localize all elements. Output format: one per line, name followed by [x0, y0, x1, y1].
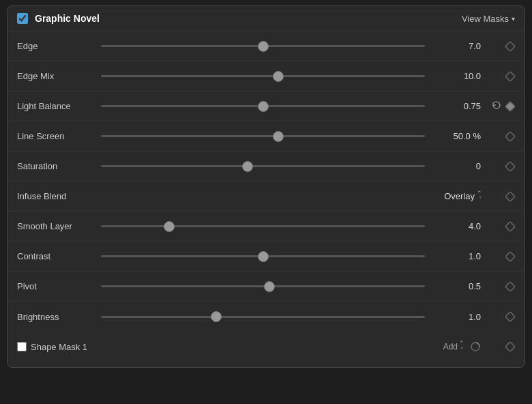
svg-rect-2 — [505, 102, 515, 111]
slider-brightness[interactable] — [101, 316, 425, 318]
circular-icon — [470, 341, 481, 352]
param-value-line-screen: 50.0 % — [430, 131, 485, 141]
svg-rect-1 — [505, 72, 515, 81]
param-icons-smooth-layer — [485, 222, 515, 231]
param-row-brightness: Brightness1.0 — [8, 302, 524, 332]
param-label-saturation: Saturation — [17, 161, 95, 171]
shape-mask-icons — [485, 342, 515, 351]
slider-container-smooth-layer — [95, 225, 430, 227]
param-row-pivot: Pivot0.5 — [8, 272, 524, 302]
param-icons-saturation — [485, 162, 515, 171]
param-icons-light-balance — [485, 100, 515, 112]
shape-mask-checkbox[interactable] — [17, 342, 27, 351]
dropdown-text-infuse-blend: Overlay — [444, 191, 475, 201]
slider-line-screen[interactable] — [101, 135, 425, 137]
svg-rect-0 — [505, 42, 515, 51]
diamond-icon-infuse-blend[interactable] — [505, 192, 515, 201]
svg-rect-7 — [505, 252, 515, 261]
slider-edge[interactable] — [101, 45, 425, 47]
param-value-edge: 7.0 — [430, 41, 485, 51]
view-masks-label: View Masks — [462, 14, 509, 24]
param-row-light-balance: Light Balance0.75 — [8, 91, 524, 121]
param-icons-edge-mix — [485, 72, 515, 81]
slider-contrast[interactable] — [101, 255, 425, 257]
svg-rect-9 — [505, 312, 515, 321]
diamond-icon-saturation[interactable] — [505, 162, 515, 171]
param-value-pivot: 0.5 — [430, 281, 485, 291]
slider-container-contrast — [95, 255, 430, 257]
panel-header: Graphic Novel View Masks ▾ — [8, 6, 524, 31]
slider-container-light-balance — [95, 105, 430, 107]
param-label-light-balance: Light Balance — [17, 101, 95, 111]
diamond-icon-light-balance[interactable] — [505, 102, 515, 111]
slider-container-edge — [95, 45, 430, 47]
params-container: Edge7.0Edge Mix10.0Light Balance0.75Line… — [8, 31, 524, 332]
diamond-icon[interactable] — [505, 342, 515, 351]
param-value-saturation: 0 — [430, 161, 485, 171]
reset-icon-light-balance[interactable] — [492, 100, 501, 112]
shape-mask-row: Shape Mask 1 Add ⌃˅ — [8, 332, 524, 362]
svg-rect-4 — [505, 162, 515, 171]
slider-smooth-layer[interactable] — [101, 225, 425, 227]
param-value-brightness: 1.0 — [430, 312, 485, 322]
panel-title: Graphic Novel — [35, 13, 455, 24]
param-row-edge-mix: Edge Mix10.0 — [8, 61, 524, 91]
param-value-edge-mix: 10.0 — [430, 71, 485, 81]
param-row-saturation: Saturation0 — [8, 152, 524, 182]
slider-light-balance[interactable] — [101, 105, 425, 107]
dropdown-value-infuse-blend[interactable]: Overlay⌃˅ — [430, 190, 485, 203]
diamond-icon-edge-mix[interactable] — [505, 72, 515, 81]
panel-enable-checkbox[interactable] — [17, 13, 28, 24]
graphic-novel-panel: Graphic Novel View Masks ▾ Edge7.0Edge M… — [7, 5, 525, 368]
param-row-line-screen: Line Screen50.0 % — [8, 121, 524, 152]
param-label-line-screen: Line Screen — [17, 131, 95, 141]
svg-rect-6 — [505, 222, 515, 231]
diamond-icon-brightness[interactable] — [505, 312, 515, 321]
updown-chevron-icon: ⌃˅ — [459, 340, 464, 354]
updown-arrows-infuse-blend: ⌃˅ — [477, 190, 482, 203]
slider-pivot[interactable] — [101, 285, 425, 287]
param-value-light-balance: 0.75 — [430, 101, 485, 111]
add-button[interactable]: Add ⌃˅ — [443, 340, 464, 354]
slider-container-saturation — [95, 165, 430, 167]
param-row-edge: Edge7.0 — [8, 31, 524, 61]
diamond-icon-edge[interactable] — [505, 42, 515, 51]
add-label: Add — [443, 342, 458, 351]
diamond-icon-line-screen[interactable] — [505, 132, 515, 141]
diamond-icon-smooth-layer[interactable] — [505, 222, 515, 231]
slider-container-pivot — [95, 285, 430, 287]
shape-mask-label: Shape Mask 1 — [31, 342, 87, 352]
slider-saturation[interactable] — [101, 165, 425, 167]
svg-rect-11 — [505, 342, 515, 351]
diamond-icon-pivot[interactable] — [505, 282, 515, 291]
param-label-edge: Edge — [17, 41, 95, 51]
param-label-edge-mix: Edge Mix — [17, 71, 95, 81]
param-icons-brightness — [485, 312, 515, 321]
svg-rect-5 — [505, 192, 515, 201]
param-value-contrast: 1.0 — [430, 251, 485, 261]
diamond-icon-contrast[interactable] — [505, 252, 515, 261]
slider-container-edge-mix — [95, 75, 430, 77]
slider-container-brightness — [95, 316, 430, 318]
param-icons-pivot — [485, 282, 515, 291]
slider-edge-mix[interactable] — [101, 75, 425, 77]
param-label-pivot: Pivot — [17, 281, 95, 291]
param-icons-infuse-blend — [485, 192, 515, 201]
param-icons-contrast — [485, 252, 515, 261]
view-masks-button[interactable]: View Masks ▾ — [462, 14, 515, 24]
param-label-brightness: Brightness — [17, 312, 95, 322]
svg-rect-8 — [505, 282, 515, 291]
param-row-infuse-blend: Infuse BlendOverlay⌃˅ — [8, 182, 524, 212]
param-row-contrast: Contrast1.0 — [8, 242, 524, 272]
param-label-contrast: Contrast — [17, 251, 95, 261]
svg-rect-3 — [505, 132, 515, 141]
chevron-down-icon: ▾ — [512, 15, 515, 23]
param-label-infuse-blend: Infuse Blend — [17, 191, 95, 201]
param-value-smooth-layer: 4.0 — [430, 221, 485, 231]
slider-container-line-screen — [95, 135, 430, 137]
param-icons-edge — [485, 42, 515, 51]
param-icons-line-screen — [485, 132, 515, 141]
param-label-smooth-layer: Smooth Layer — [17, 221, 95, 231]
param-row-smooth-layer: Smooth Layer4.0 — [8, 212, 524, 242]
